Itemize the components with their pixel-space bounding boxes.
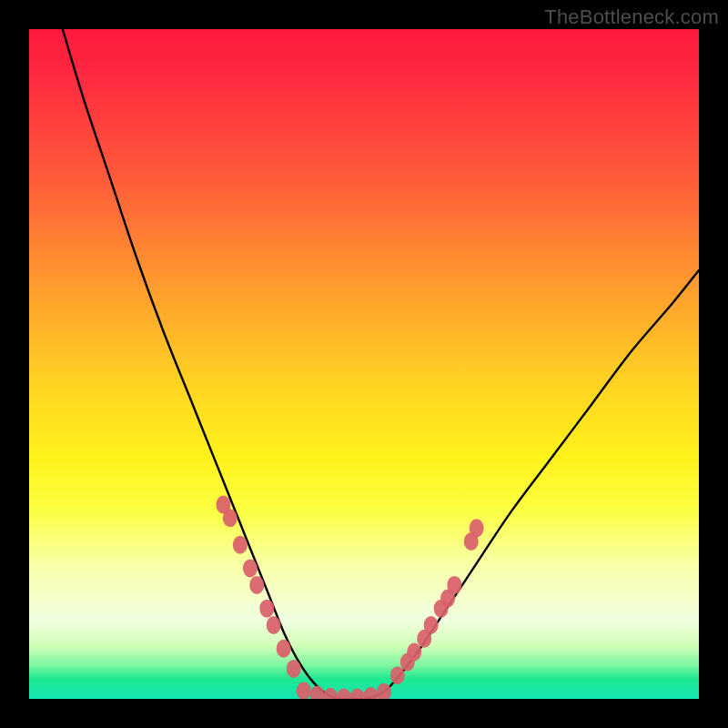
v-curve-line [63,29,699,699]
data-marker [337,689,351,699]
marker-group [216,496,483,699]
data-marker [323,688,338,699]
data-marker [243,559,258,577]
data-marker [377,683,391,699]
data-marker [350,689,365,699]
data-marker [249,576,264,594]
data-marker [309,686,324,699]
data-marker [424,616,439,634]
data-marker [297,682,311,699]
watermark-text: TheBottleneck.com [544,5,719,29]
data-marker [470,519,484,537]
data-marker [390,666,405,684]
outer-frame: TheBottleneck.com [0,0,728,728]
data-marker [277,640,291,658]
data-marker [233,536,248,554]
data-marker [267,616,281,634]
data-marker [223,509,238,527]
data-marker [287,660,301,678]
data-marker [259,600,274,618]
data-marker [363,687,378,699]
data-marker [407,642,421,661]
chart-svg [29,29,699,699]
data-marker [447,576,461,594]
plot-area [29,29,699,699]
